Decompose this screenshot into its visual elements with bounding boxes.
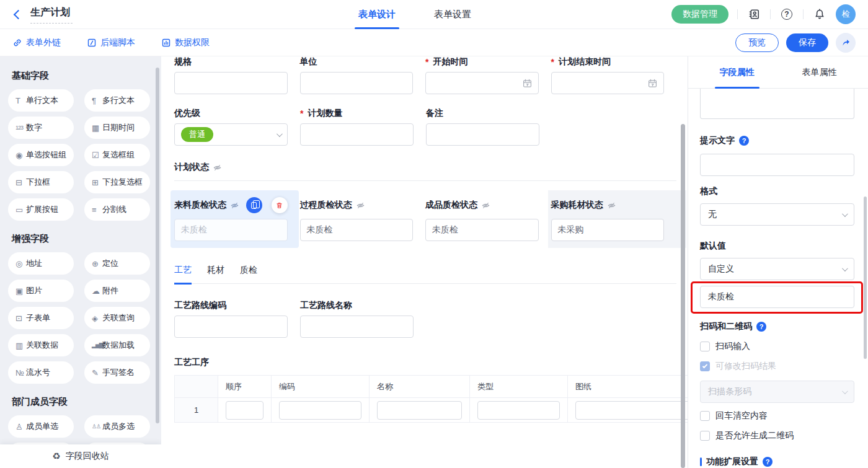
form-title[interactable]: 生产计划 xyxy=(30,5,73,24)
field-purchase-material-status[interactable]: 采购耗材状态 未采购 xyxy=(551,197,665,241)
tab-form-design[interactable]: 表单设计 xyxy=(358,0,396,29)
data-manage-button[interactable]: 数据管理 xyxy=(671,5,728,24)
field-start-time[interactable]: *开始时间 xyxy=(425,56,539,94)
sidebar-item-location[interactable]: ⊕定位 xyxy=(84,252,150,275)
data-permission-link[interactable]: 数据权限 xyxy=(161,37,210,48)
eye-off-icon xyxy=(481,201,490,210)
incoming-qc-input[interactable]: 未质检 xyxy=(174,219,288,241)
sidebar-item-image[interactable]: ▣图片 xyxy=(8,280,74,302)
sidebar-item-relation-query[interactable]: ◈关联查询 xyxy=(84,307,150,329)
field-plan-qty[interactable]: *计划数量 xyxy=(300,108,414,146)
sidebar-item-multi-select[interactable]: ⊞下拉复选框 xyxy=(84,171,150,193)
drawing-cell-input[interactable] xyxy=(575,401,688,420)
sidebar-item-divider[interactable]: ≡分割线 xyxy=(84,198,150,221)
route-name-input[interactable] xyxy=(300,316,414,338)
help-icon[interactable]: ? xyxy=(763,457,773,467)
field-route-name[interactable]: 工艺路线名称 xyxy=(300,300,414,338)
sidebar-item-extend-button[interactable]: ▭扩展按钮 xyxy=(8,198,74,221)
copy-field-button[interactable] xyxy=(246,197,262,213)
sidebar-item-checkbox-group[interactable]: ☑复选框组 xyxy=(84,144,150,166)
sidebar-item-subform[interactable]: ⊡子表单 xyxy=(8,307,74,329)
sidebar-item-number[interactable]: 123数字 xyxy=(8,117,74,139)
sidebar-item-multi-line-text[interactable]: ¶多行文本 xyxy=(84,89,150,112)
sidebar-item-signature[interactable]: ✎手写签名 xyxy=(84,361,150,384)
field-unit[interactable]: 单位 xyxy=(300,56,414,94)
link-icon xyxy=(12,38,22,48)
back-icon[interactable] xyxy=(14,9,24,19)
process-table-title: 工艺工序 xyxy=(174,357,676,368)
help-icon[interactable]: ? xyxy=(739,136,749,146)
sidebar-item-single-line-text[interactable]: T单行文本 xyxy=(8,89,74,112)
canvas-scrollbar[interactable] xyxy=(681,124,685,468)
save-button[interactable]: 保存 xyxy=(786,33,828,52)
process-qc-input[interactable]: 未质检 xyxy=(300,219,414,241)
field-priority[interactable]: 优先级 普通 xyxy=(174,108,288,146)
default-value-input[interactable]: 未质检 xyxy=(700,286,854,308)
checkbox-icon[interactable] xyxy=(700,431,710,441)
field-recycle-bin[interactable]: ♻ 字段回收站 xyxy=(0,444,161,468)
preview-button[interactable]: 预览 xyxy=(735,33,779,52)
help-icon[interactable]: ? xyxy=(779,7,794,22)
tab-material[interactable]: 耗材 xyxy=(207,265,224,283)
delete-field-button[interactable] xyxy=(272,197,288,213)
share-button[interactable] xyxy=(836,33,856,53)
checkbox-scan-input[interactable]: 扫码输入 xyxy=(700,341,854,352)
field-end-time[interactable]: *计划结束时间 xyxy=(551,56,665,94)
sidebar-item-address[interactable]: ◎地址 xyxy=(8,252,74,275)
sidebar-item-data-load[interactable]: ▂▅▇数据加载 xyxy=(84,334,150,356)
sidebar-item-datetime[interactable]: ▦日期时间 xyxy=(84,117,150,139)
sidebar-item-member-multi[interactable]: ♙♙成员多选 xyxy=(84,415,150,438)
sidebar-item-attachment[interactable]: ☁附件 xyxy=(84,280,150,302)
tab-form-settings[interactable]: 表单设置 xyxy=(434,0,471,29)
field-finished-qc-status[interactable]: 成品质检状态 未质检 xyxy=(425,197,539,241)
table-header-row: 顺序 编码 名称 类型 图纸 xyxy=(175,376,688,398)
help-icon[interactable]: ? xyxy=(756,322,766,332)
field-note[interactable]: 备注 xyxy=(426,108,539,146)
sidebar-item-select[interactable]: ⊟下拉框 xyxy=(8,171,74,193)
person-icon: ♙ xyxy=(16,422,26,431)
checkbox-allow-qrcode[interactable]: 是否允许生成二维码 xyxy=(700,430,854,441)
priority-select[interactable]: 普通 xyxy=(174,123,288,146)
hint-text-input[interactable] xyxy=(700,154,854,176)
panel-scrollbar[interactable] xyxy=(864,196,867,359)
spec-input[interactable] xyxy=(174,72,288,94)
user-avatar[interactable]: 检 xyxy=(836,4,856,24)
field-spec[interactable]: 规格 xyxy=(174,56,288,94)
start-time-input[interactable] xyxy=(425,72,539,94)
unit-input[interactable] xyxy=(300,72,414,94)
tab-qc[interactable]: 质检 xyxy=(240,265,257,283)
code-cell-input[interactable] xyxy=(279,401,361,420)
clipped-textarea[interactable] xyxy=(700,89,854,119)
sidebar-item-relation-data[interactable]: ▥关联数据 xyxy=(8,334,74,356)
sidebar-item-serial-number[interactable]: №流水号 xyxy=(8,361,74,384)
plan-qty-input[interactable] xyxy=(300,123,414,146)
contacts-book-icon[interactable] xyxy=(746,7,761,22)
form-external-link[interactable]: 表单外链 xyxy=(12,37,61,48)
sidebar-item-member-single[interactable]: ♙成员单选 xyxy=(8,415,74,438)
end-time-input[interactable] xyxy=(551,72,665,94)
tab-field-properties[interactable]: 字段属性 xyxy=(720,56,755,89)
field-process-qc-status[interactable]: 过程质检状态 未质检 xyxy=(300,197,414,241)
field-incoming-qc-status[interactable]: 来料质检状态 未质检 xyxy=(174,197,288,241)
checkbox-icon[interactable] xyxy=(700,342,710,351)
format-label: 格式 xyxy=(700,186,854,197)
type-cell-input[interactable] xyxy=(477,401,560,420)
purchase-material-input[interactable]: 未采购 xyxy=(551,219,665,241)
field-route-code[interactable]: 工艺路线编码 xyxy=(174,300,288,338)
name-cell-input[interactable] xyxy=(377,401,462,420)
tab-form-properties[interactable]: 表单属性 xyxy=(802,56,837,89)
default-mode-select[interactable]: 自定义 xyxy=(700,258,854,280)
order-cell-input[interactable] xyxy=(226,401,264,420)
finished-qc-input[interactable]: 未质检 xyxy=(425,219,539,241)
backend-script-link[interactable]: 后端脚本 xyxy=(87,37,135,48)
sidebar-scrollbar[interactable] xyxy=(156,68,159,423)
note-input[interactable] xyxy=(426,123,539,146)
multi-select-icon: ⊞ xyxy=(92,178,102,187)
format-select[interactable]: 无 xyxy=(700,203,854,226)
notification-bell-icon[interactable] xyxy=(812,7,827,22)
route-code-input[interactable] xyxy=(174,316,288,338)
tab-process[interactable]: 工艺 xyxy=(174,265,192,285)
checkbox-enter-clear[interactable]: 回车清空内容 xyxy=(700,410,854,422)
checkbox-icon[interactable] xyxy=(700,411,710,421)
sidebar-item-radio-group[interactable]: ◉单选按钮组 xyxy=(8,144,74,166)
